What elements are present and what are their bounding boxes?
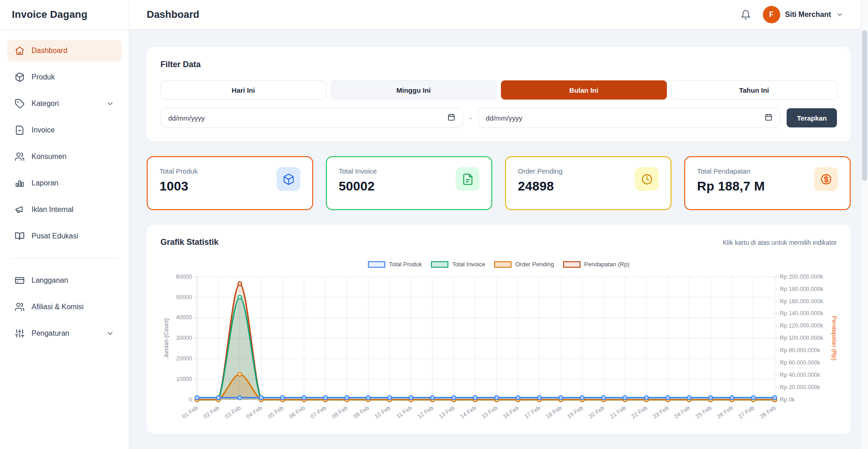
apply-button[interactable]: Terapkan bbox=[787, 108, 837, 127]
svg-text:10 Feb: 10 Feb bbox=[373, 405, 392, 420]
date-to-input[interactable]: dd/mm/yyyy bbox=[478, 108, 781, 128]
page-scrollbar[interactable] bbox=[861, 0, 868, 449]
svg-text:Rp 100.000.000k: Rp 100.000.000k bbox=[780, 335, 824, 341]
svg-text:15 Feb: 15 Feb bbox=[480, 405, 499, 420]
svg-text:Rp 60.000.000k: Rp 60.000.000k bbox=[780, 359, 820, 366]
sidebar-nav-secondary: LanggananAfiliasi & KomisiPengaturan bbox=[0, 259, 129, 349]
sidebar-item-dashboard[interactable]: Dashboard bbox=[7, 40, 122, 62]
svg-text:07 Feb: 07 Feb bbox=[309, 405, 328, 420]
filter-card: Filter Data Hari IniMinggu IniBulan IniT… bbox=[147, 47, 851, 142]
stat-label: Total Invoice bbox=[339, 167, 377, 175]
stat-label: Total Pendapatan bbox=[697, 167, 765, 175]
legend-item-pendapatan-rp[interactable]: Pendapatan (Rp) bbox=[563, 261, 629, 268]
invoice-icon bbox=[456, 167, 479, 191]
svg-text:25 Feb: 25 Feb bbox=[694, 405, 713, 420]
svg-text:02 Feb: 02 Feb bbox=[202, 405, 221, 420]
legend-item-total-invoice[interactable]: Total Invoice bbox=[431, 261, 485, 268]
sidebar-item-label: Produk bbox=[32, 73, 114, 81]
scrollbar-thumb[interactable] bbox=[862, 30, 867, 181]
filter-button-bulan-ini[interactable]: Bulan Ini bbox=[501, 80, 667, 100]
users-icon bbox=[15, 152, 25, 162]
svg-text:50000: 50000 bbox=[176, 294, 192, 301]
legend-label: Pendapatan (Rp) bbox=[584, 261, 629, 268]
cube-icon bbox=[277, 167, 300, 191]
svg-text:60000: 60000 bbox=[176, 274, 192, 280]
chart-legend: Total ProdukTotal InvoiceOrder PendingPe… bbox=[160, 261, 837, 268]
calendar-icon[interactable] bbox=[447, 113, 455, 122]
tag-icon bbox=[15, 99, 25, 109]
date-from-placeholder: dd/mm/yyyy bbox=[168, 114, 205, 122]
box-icon bbox=[15, 72, 25, 82]
date-range-row: dd/mm/yyyy - dd/mm/yyyy Terapkan bbox=[160, 108, 837, 128]
user-name: Siti Merchant bbox=[785, 11, 831, 19]
stat-label: Order Pending bbox=[518, 167, 563, 175]
sidebar-item-kategori[interactable]: Kategori bbox=[7, 93, 122, 115]
stat-text: Total Produk1003 bbox=[160, 167, 197, 194]
sidebar-item-konsumen[interactable]: Konsumen bbox=[7, 146, 122, 168]
svg-text:40000: 40000 bbox=[176, 314, 192, 321]
stat-text: Total Invoice50002 bbox=[339, 167, 377, 194]
legend-swatch bbox=[563, 261, 580, 268]
sidebar-item-label: Langganan bbox=[32, 276, 114, 285]
svg-text:24 Feb: 24 Feb bbox=[673, 405, 692, 420]
svg-text:Rp 20.000.000k: Rp 20.000.000k bbox=[780, 384, 820, 391]
stat-label: Total Produk bbox=[160, 167, 197, 175]
sidebar-item-produk[interactable]: Produk bbox=[7, 66, 122, 88]
megaphone-icon bbox=[15, 205, 25, 215]
svg-text:Rp 160.000.000k: Rp 160.000.000k bbox=[780, 298, 824, 305]
svg-text:28 Feb: 28 Feb bbox=[759, 405, 777, 420]
app-root: Invoice Dagang DashboardProdukKategoriIn… bbox=[0, 0, 868, 449]
legend-label: Total Produk bbox=[389, 261, 422, 268]
sidebar-item-label: Laporan bbox=[32, 179, 114, 187]
stat-value: 50002 bbox=[339, 179, 377, 194]
sidebar-item-langganan[interactable]: Langganan bbox=[7, 269, 122, 291]
sidebar-item-iklan-internal[interactable]: Iklan Internal bbox=[7, 199, 122, 221]
stat-card-total-invoice[interactable]: Total Invoice50002 bbox=[326, 156, 492, 210]
svg-text:03 Feb: 03 Feb bbox=[224, 405, 242, 420]
topbar-right: F Siti Merchant bbox=[740, 6, 843, 23]
svg-text:20000: 20000 bbox=[176, 355, 192, 362]
file-icon bbox=[15, 125, 25, 135]
card-icon bbox=[15, 275, 25, 285]
sliders-icon bbox=[15, 328, 25, 338]
chart-title: Grafik Statistik bbox=[160, 238, 218, 247]
calendar-icon[interactable] bbox=[765, 113, 772, 122]
svg-text:23 Feb: 23 Feb bbox=[652, 405, 670, 420]
sidebar-item-label: Pengaturan bbox=[32, 329, 99, 338]
date-from-input[interactable]: dd/mm/yyyy bbox=[160, 108, 463, 128]
sidebar-item-label: Kategori bbox=[32, 100, 99, 108]
svg-text:13 Feb: 13 Feb bbox=[438, 405, 456, 420]
sidebar-item-pengaturan[interactable]: Pengaturan bbox=[7, 322, 122, 344]
sidebar-item-invoice[interactable]: Invoice bbox=[7, 119, 122, 141]
sidebar-item-afiliasi-komisi[interactable]: Afiliasi & Komisi bbox=[7, 296, 122, 318]
sidebar-item-laporan[interactable]: Laporan bbox=[7, 172, 122, 194]
stat-card-total-pendapatan[interactable]: Total PendapatanRp 188,7 M bbox=[684, 156, 851, 210]
stat-value: Rp 188,7 M bbox=[697, 179, 765, 194]
brand-title: Invoice Dagang bbox=[0, 0, 129, 30]
stat-card-total-produk[interactable]: Total Produk1003 bbox=[147, 156, 313, 210]
chart-icon bbox=[15, 178, 25, 188]
svg-text:Pendapatan (Rp): Pendapatan (Rp) bbox=[831, 316, 837, 360]
svg-text:Rp 120.000.000k: Rp 120.000.000k bbox=[780, 322, 824, 329]
dollar-icon bbox=[814, 167, 838, 191]
filter-button-hari-ini[interactable]: Hari Ini bbox=[160, 80, 326, 100]
svg-text:22 Feb: 22 Feb bbox=[630, 405, 649, 420]
stats-row: Total Produk1003Total Invoice50002Order … bbox=[147, 156, 851, 210]
svg-text:Jumlah (Count): Jumlah (Count) bbox=[163, 318, 170, 358]
legend-item-order-pending[interactable]: Order Pending bbox=[494, 261, 554, 268]
sidebar: Invoice Dagang DashboardProdukKategoriIn… bbox=[0, 0, 129, 449]
book-icon bbox=[15, 231, 25, 241]
bell-icon[interactable] bbox=[740, 10, 751, 20]
filter-button-minggu-ini[interactable]: Minggu Ini bbox=[331, 80, 497, 100]
user-menu[interactable]: F Siti Merchant bbox=[763, 6, 843, 23]
svg-text:30000: 30000 bbox=[176, 335, 192, 341]
chevron-down-icon bbox=[106, 329, 114, 338]
legend-item-total-produk[interactable]: Total Produk bbox=[368, 261, 422, 268]
svg-text:Rp 80.000.000k: Rp 80.000.000k bbox=[780, 347, 820, 354]
sidebar-item-pusat-edukasi[interactable]: Pusat Edukasi bbox=[7, 225, 122, 247]
sidebar-item-label: Konsumen bbox=[32, 153, 114, 161]
stat-card-order-pending[interactable]: Order Pending24898 bbox=[505, 156, 671, 210]
filter-button-tahun-ini[interactable]: Tahun Ini bbox=[671, 80, 837, 100]
filter-button-group: Hari IniMinggu IniBulan IniTahun Ini bbox=[160, 80, 837, 100]
sidebar-nav-main: DashboardProdukKategoriInvoiceKonsumenLa… bbox=[0, 30, 129, 252]
